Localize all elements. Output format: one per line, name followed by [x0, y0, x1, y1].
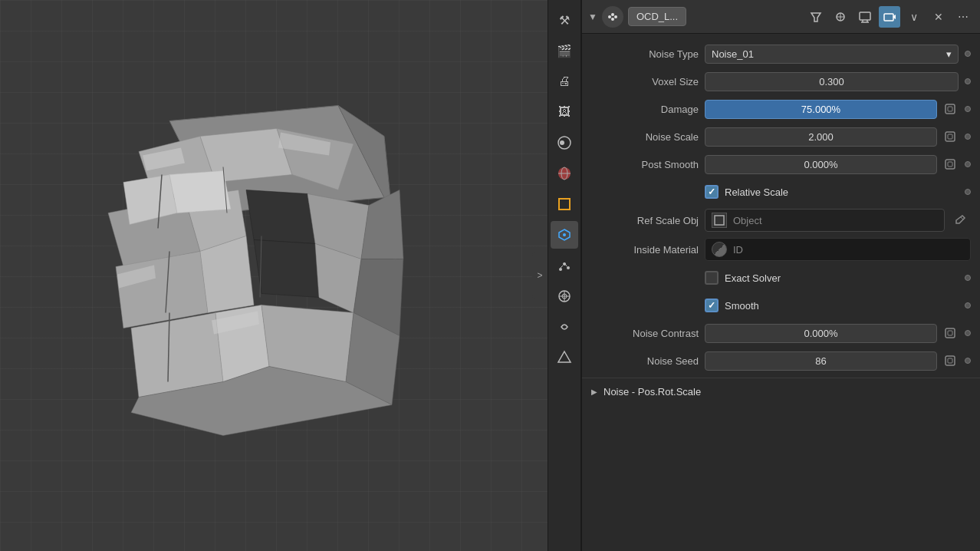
exact-solver-dot[interactable] — [965, 275, 971, 281]
smooth-label: Smooth — [725, 300, 759, 312]
smooth-row: Smooth — [582, 292, 980, 319]
close-panel-icon[interactable]: ✕ — [928, 6, 949, 28]
noise-seed-dot[interactable] — [965, 358, 971, 364]
move-icon[interactable] — [830, 6, 851, 28]
post-smooth-label: Post Smooth — [591, 159, 699, 170]
panel-header-left: ▼ OCD_L... — [588, 6, 686, 28]
svg-rect-60 — [884, 14, 893, 21]
panel-dots-icon — [602, 6, 623, 28]
post-smooth-dot[interactable] — [965, 161, 971, 167]
exact-solver-row: Exact Solver — [582, 264, 980, 292]
smooth-checkbox[interactable] — [705, 299, 719, 312]
panel-content: Noise Type Noise_01 ▾ Voxel Size 0.300 D… — [582, 34, 980, 551]
voxel-size-label: Voxel Size — [591, 76, 699, 87]
svg-rect-63 — [948, 107, 952, 111]
particles-icon[interactable] — [551, 252, 578, 279]
damage-dot[interactable] — [965, 106, 971, 112]
relative-scale-container: Relative Scale — [705, 185, 788, 199]
expand-panel-icon[interactable]: ∨ — [903, 6, 925, 28]
noise-pos-rot-scale-section[interactable]: ▶ Noise - Pos.Rot.Scale — [582, 381, 980, 402]
noise-seed-label: Noise Seed — [591, 355, 699, 367]
post-smooth-input[interactable]: 0.000% — [705, 155, 937, 174]
post-smooth-row: Post Smooth 0.000% — [582, 150, 980, 178]
noise-scale-value: 2.000 — [705, 127, 959, 147]
constraints-icon[interactable] — [551, 313, 578, 341]
relative-scale-checkbox[interactable] — [705, 185, 719, 199]
svg-rect-73 — [948, 358, 952, 363]
svg-marker-52 — [811, 13, 821, 21]
viewport[interactable]: > — [0, 0, 548, 551]
voxel-size-row: Voxel Size 0.300 — [582, 68, 980, 95]
inside-material-label: Inside Material — [591, 244, 699, 256]
damage-row: Damage 75.000% — [582, 95, 980, 123]
object-data-icon[interactable] — [551, 344, 578, 371]
material-icon[interactable] — [551, 129, 578, 157]
ref-scale-obj-field[interactable]: Object — [705, 209, 945, 232]
voxel-size-input[interactable]: 0.300 — [705, 72, 959, 91]
ref-scale-obj-value: Object — [705, 209, 971, 232]
tools-icon[interactable]: ⚒ — [551, 6, 578, 34]
section-chevron-icon: ▶ — [591, 388, 597, 396]
svg-rect-71 — [948, 331, 952, 335]
material-id-icon — [712, 242, 727, 257]
noise-contrast-keyframe-icon[interactable] — [942, 325, 959, 341]
noise-type-dot[interactable] — [965, 51, 971, 57]
svg-rect-67 — [948, 162, 952, 167]
noise-seed-input[interactable]: 86 — [705, 351, 937, 371]
damage-input[interactable]: 75.000% — [705, 100, 937, 119]
noise-contrast-dot[interactable] — [965, 330, 971, 336]
render-output-icon[interactable]: 🖨 — [551, 68, 578, 95]
damage-value: 75.000% — [705, 100, 959, 119]
relative-scale-label: Relative Scale — [725, 186, 788, 198]
world-icon[interactable] — [551, 160, 578, 187]
noise-seed-keyframe-icon[interactable] — [942, 352, 959, 369]
modifier-icon[interactable] — [551, 221, 578, 249]
scene-icon[interactable]: 🎬 — [551, 37, 578, 64]
svg-rect-66 — [945, 160, 955, 169]
damage-keyframe-icon[interactable] — [942, 101, 959, 117]
svg-line-69 — [961, 217, 963, 219]
post-smooth-keyframe-icon[interactable] — [942, 156, 959, 173]
smooth-container: Smooth — [705, 299, 759, 312]
camera-render-icon[interactable] — [879, 6, 900, 28]
noise-scale-dot[interactable] — [965, 134, 971, 140]
inside-material-row: Inside Material ID — [582, 235, 980, 264]
separator — [582, 378, 980, 378]
svg-point-40 — [567, 266, 570, 269]
noise-scale-keyframe-icon[interactable] — [942, 128, 959, 145]
svg-line-41 — [561, 266, 563, 268]
noise-contrast-label: Noise Contrast — [591, 328, 699, 339]
noise-type-dropdown[interactable]: Noise_01 ▾ — [705, 45, 959, 64]
dropdown-chevron-icon: ▾ — [946, 48, 952, 60]
post-smooth-value: 0.000% — [705, 155, 959, 174]
panel-chevron[interactable]: ▼ — [588, 12, 597, 22]
voxel-size-value: 0.300 — [705, 72, 959, 91]
panel-title-button[interactable]: OCD_L... — [628, 7, 686, 26]
physics-icon[interactable] — [551, 282, 578, 310]
drag-handle-icon[interactable]: ⋯ — [952, 6, 974, 28]
compositing-icon[interactable]: 🖼 — [551, 98, 578, 126]
panel-header: ▼ OCD_L... — [582, 0, 980, 34]
noise-scale-input[interactable]: 2.000 — [705, 127, 937, 147]
relative-scale-dot[interactable] — [965, 189, 971, 195]
noise-type-text: Noise_01 — [712, 48, 754, 60]
svg-point-38 — [559, 268, 562, 271]
svg-rect-56 — [860, 12, 870, 20]
smooth-dot[interactable] — [965, 302, 971, 308]
svg-marker-11 — [254, 240, 319, 298]
damage-label: Damage — [591, 104, 699, 115]
inside-material-field[interactable]: ID — [705, 238, 971, 261]
exact-solver-checkbox[interactable] — [705, 271, 719, 285]
panel-collapse-arrow[interactable]: > — [532, 252, 548, 299]
svg-rect-36 — [559, 199, 570, 210]
object-icon[interactable] — [551, 190, 578, 218]
object-field-icon — [712, 213, 727, 228]
eyedropper-icon[interactable] — [949, 210, 971, 231]
svg-point-49 — [611, 13, 614, 16]
filter-icon[interactable] — [805, 6, 827, 28]
voxel-size-dot[interactable] — [965, 78, 971, 84]
noise-scale-label: Noise Scale — [591, 131, 699, 143]
viewport-display-icon[interactable] — [854, 6, 876, 28]
properties-panel: ▼ OCD_L... — [581, 0, 980, 551]
noise-contrast-input[interactable]: 0.000% — [705, 324, 937, 343]
